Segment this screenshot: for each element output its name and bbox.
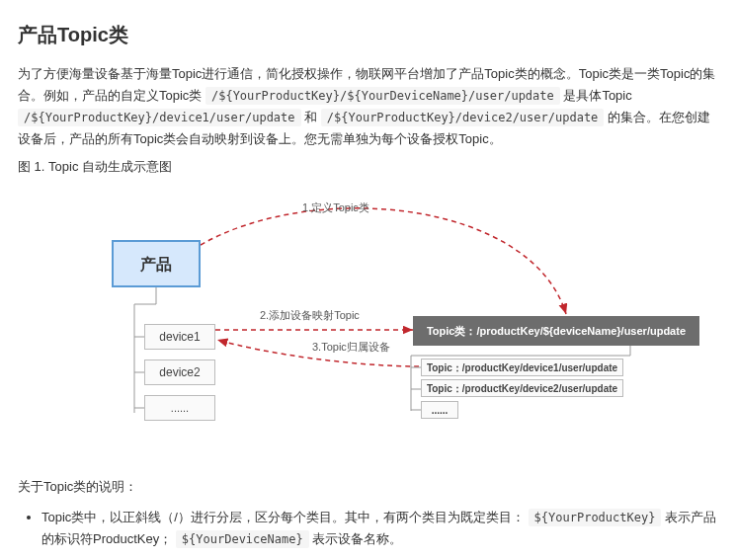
- notes-list: Topic类中，以正斜线（/）进行分层，区分每个类目。其中，有两个类目为既定类目…: [18, 507, 718, 560]
- topic-class-node: Topic类：/productKey/${deviceName}/user/up…: [413, 316, 699, 346]
- device1-node: device1: [144, 324, 215, 350]
- note-item-1: Topic类中，以正斜线（/）进行分层，区分每个类目。其中，有两个类目为既定类目…: [41, 507, 718, 550]
- diagram-label-2: 2.添加设备映射Topic: [260, 306, 360, 325]
- product-node: 产品: [112, 240, 201, 287]
- intro-code-1: /${YourProductKey}/${YourDeviceName}/use…: [205, 87, 560, 105]
- intro-code-2: /${YourProductKey}/device1/user/update: [18, 109, 301, 126]
- device2-node: device2: [144, 360, 215, 385]
- note-1-text-a: Topic类中，以正斜线（/）进行分层，区分每个类目。其中，有两个类目为既定类目…: [41, 510, 525, 524]
- device-more-node: ......: [144, 395, 215, 421]
- diagram-label-3: 3.Topic归属设备: [312, 338, 390, 357]
- topic-instance-2: Topic：/productKey/device2/user/update: [421, 379, 623, 397]
- intro-paragraph: 为了方便海量设备基于海量Topic进行通信，简化授权操作，物联网平台增加了产品T…: [18, 63, 718, 150]
- intro-code-3: /${YourProductKey}/device2/user/update: [321, 109, 605, 126]
- diagram-label-1: 1.定义Topic类: [302, 199, 369, 217]
- figure-caption: 图 1. Topic 自动生成示意图: [18, 156, 718, 178]
- topic-diagram: 产品 device1 device2 ...... Topic类：/produc…: [18, 186, 709, 462]
- topic-instance-more: ......: [421, 401, 458, 419]
- note-1-code-1: ${YourProductKey}: [529, 509, 662, 526]
- note-1-text-c: 表示设备名称。: [312, 531, 402, 546]
- notes-intro: 关于Topic类的说明：: [18, 476, 718, 498]
- intro-text-3: 和: [304, 110, 321, 124]
- intro-text-2: 是具体Topic: [563, 88, 631, 103]
- page-title: 产品Topic类: [18, 18, 718, 51]
- topic-instance-1: Topic：/productKey/device1/user/update: [421, 359, 623, 376]
- note-1-code-2: ${YourDeviceName}: [176, 530, 309, 548]
